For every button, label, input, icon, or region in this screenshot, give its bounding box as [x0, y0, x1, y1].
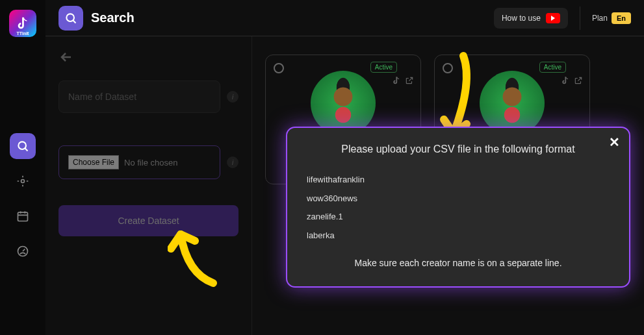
card-select-radio[interactable] — [443, 63, 453, 73]
example-item: lifewithafranklin — [307, 171, 610, 190]
status-badge: Active — [539, 62, 566, 73]
how-to-use-button[interactable]: How to use — [494, 8, 568, 29]
how-to-use-label: How to use — [502, 14, 541, 23]
external-link-icon[interactable] — [574, 76, 583, 85]
close-icon[interactable]: ✕ — [609, 134, 620, 150]
info-icon[interactable]: i — [227, 156, 238, 168]
avatar — [311, 71, 376, 136]
app-logo[interactable]: TTinit — [9, 10, 36, 37]
youtube-icon — [546, 13, 560, 23]
logo-label: TTinit — [17, 31, 29, 36]
tiktok-icon[interactable] — [392, 76, 401, 85]
example-item: zanelife.1 — [307, 208, 610, 227]
external-link-icon[interactable] — [405, 76, 414, 85]
nav-dashboard[interactable] — [10, 238, 36, 264]
sidebar: TTinit — [0, 0, 45, 335]
example-item: wow360news — [307, 190, 610, 208]
card-select-radio[interactable] — [274, 63, 284, 73]
example-item: laberka — [307, 227, 610, 245]
example-list: lifewithafranklin wow360news zanelife.1 … — [307, 171, 610, 245]
file-status-text: No file chosen — [124, 158, 177, 168]
nav-calendar[interactable] — [10, 203, 36, 229]
plan-tier: En — [612, 12, 631, 24]
plan-label: Plan — [592, 14, 608, 23]
status-badge: Active — [370, 62, 397, 73]
file-input[interactable]: Choose File No file chosen — [58, 145, 220, 179]
avatar — [480, 71, 545, 136]
choose-file-button[interactable]: Choose File — [68, 155, 119, 169]
create-dataset-panel: i Choose File No file chosen i Create Da… — [45, 36, 252, 335]
popup-note: Make sure each creator name is on a sepa… — [307, 258, 610, 268]
popup-title: Please upload your CSV file in the follo… — [307, 143, 610, 155]
info-icon[interactable]: i — [227, 91, 238, 103]
back-button[interactable] — [58, 49, 238, 68]
csv-format-popup: ✕ Please upload your CSV file in the fol… — [286, 127, 630, 288]
svg-point-4 — [66, 14, 74, 21]
svg-point-0 — [18, 142, 26, 149]
dataset-name-input[interactable] — [58, 81, 220, 113]
svg-point-1 — [21, 180, 25, 183]
create-dataset-button[interactable]: Create Dataset — [58, 205, 238, 236]
header-search-icon[interactable] — [58, 6, 83, 31]
header: Search How to use Plan En — [45, 0, 644, 36]
page-title: Search — [91, 10, 135, 25]
plan-badge[interactable]: Plan En — [592, 12, 631, 24]
nav-target[interactable] — [10, 168, 36, 194]
tiktok-icon[interactable] — [561, 76, 570, 85]
nav-search[interactable] — [10, 133, 36, 159]
svg-rect-2 — [18, 212, 28, 221]
